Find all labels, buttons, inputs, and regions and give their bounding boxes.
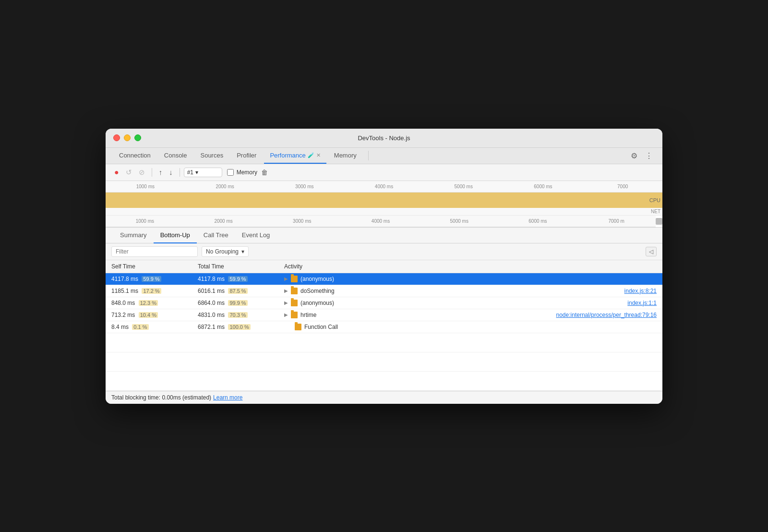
table-row[interactable]: 848.0 ms 12.3 % 6864.0 ms 99.9 % ▶ (anon… xyxy=(106,297,662,309)
grouping-dropdown-icon: ▾ xyxy=(241,248,244,255)
ruler-3000: 3000 ms xyxy=(264,184,344,189)
activity-link[interactable]: index.js:8:21 xyxy=(624,288,657,294)
empty-row xyxy=(106,333,662,352)
nav-profiler[interactable]: Profiler xyxy=(231,148,262,164)
tab-event-log[interactable]: Event Log xyxy=(235,228,277,243)
nav-performance[interactable]: Performance 🧪 ✕ xyxy=(264,148,326,164)
self-time-cell: 1185.1 ms 17.2 % xyxy=(106,285,192,297)
timeline-ruler-top: 1000 ms 2000 ms 3000 ms 4000 ms 5000 ms … xyxy=(106,181,662,193)
total-time-pct: 99.9 % xyxy=(228,300,247,306)
self-time-cell: 713.2 ms 10.4 % xyxy=(106,309,192,321)
sidebar-toggle[interactable]: ◁ xyxy=(646,247,657,256)
more-button[interactable]: ⋮ xyxy=(643,149,655,162)
analysis-tabs: Summary Bottom-Up Call Tree Event Log xyxy=(106,228,662,243)
total-time-value: 6016.1 ms xyxy=(198,288,225,294)
table-row[interactable]: 4117.8 ms 59.9 % 4117.8 ms 59.9 % ▶ (ano… xyxy=(106,273,662,285)
timeline-scrollbar[interactable] xyxy=(656,218,662,225)
self-time-value: 8.4 ms xyxy=(111,324,129,330)
expand-icon[interactable]: ▶ xyxy=(284,276,288,281)
total-time-value: 4831.0 ms xyxy=(198,312,225,318)
activity-name: doSomething xyxy=(300,288,335,294)
expand-icon[interactable]: ▶ xyxy=(284,312,288,317)
self-time-cell: 8.4 ms 0.1 % xyxy=(106,321,192,333)
total-time-pct: 87.5 % xyxy=(228,288,247,294)
grouping-select[interactable]: No Grouping ▾ xyxy=(202,246,249,257)
toolbar-sep-1 xyxy=(152,168,152,177)
status-bar: Total blocking time: 0.00ms (estimated) … xyxy=(106,391,662,404)
profile-selector[interactable]: #1 ▾ xyxy=(184,168,222,177)
data-table-container: Self Time Total Time Activity 4117.8 ms … xyxy=(106,260,662,391)
record-button[interactable]: ● xyxy=(111,166,122,179)
ruler2-5000: 5000 ms xyxy=(420,218,499,224)
ruler2-6000: 6000 ms xyxy=(499,218,577,224)
delete-button[interactable]: 🗑 xyxy=(261,169,268,176)
memory-checkbox[interactable] xyxy=(227,169,234,176)
total-time-pct: 59.9 % xyxy=(228,276,247,282)
net-label: NET xyxy=(651,209,660,214)
activity-link[interactable]: node:internal/process/per_thread:79:16 xyxy=(556,312,657,318)
ruler2-1000: 1000 ms xyxy=(106,218,184,224)
self-time-cell: 848.0 ms 12.3 % xyxy=(106,297,192,309)
flask-icon: 🧪 xyxy=(308,152,314,158)
self-time-value: 4117.8 ms xyxy=(111,276,138,282)
self-time-value: 1185.1 ms xyxy=(111,288,138,294)
settings-button[interactable]: ⚙ xyxy=(629,149,639,162)
cpu-bar: CPU xyxy=(106,193,662,208)
nav-console[interactable]: Console xyxy=(158,148,193,164)
total-time-value: 6872.1 ms xyxy=(198,324,225,330)
expand-icon[interactable]: ▶ xyxy=(284,288,288,293)
tab-bottom-up[interactable]: Bottom-Up xyxy=(154,228,197,243)
empty-row xyxy=(106,371,662,390)
minimize-button[interactable] xyxy=(124,134,131,141)
total-time-cell: 6864.0 ms 99.9 % xyxy=(192,297,278,309)
download-button[interactable]: ↓ xyxy=(166,166,176,178)
bottom-ruler-row: 1000 ms 2000 ms 3000 ms 4000 ms 5000 ms … xyxy=(106,216,662,227)
memory-label: Memory xyxy=(237,169,257,176)
table-row[interactable]: 8.4 ms 0.1 % 6872.1 ms 100.0 % Function … xyxy=(106,321,662,333)
upload-button[interactable]: ↑ xyxy=(156,166,166,178)
ruler-5000: 5000 ms xyxy=(424,184,504,189)
activity-link[interactable]: index.js:1:1 xyxy=(627,300,657,306)
close-button[interactable] xyxy=(113,134,120,141)
ruler2-7000: 7000 m xyxy=(577,218,656,224)
self-time-value: 713.2 ms xyxy=(111,312,135,318)
folder-icon xyxy=(295,324,301,330)
folder-icon xyxy=(291,312,298,318)
window-title: DevTools - Node.js xyxy=(358,134,410,142)
self-time-pct: 59.9 % xyxy=(142,276,161,282)
nav-connection[interactable]: Connection xyxy=(113,148,156,164)
grouping-label: No Grouping xyxy=(206,248,239,255)
table-row[interactable]: 1185.1 ms 17.2 % 6016.1 ms 87.5 % ▶ doSo… xyxy=(106,285,662,297)
total-time-pct: 100.0 % xyxy=(228,324,250,330)
reload-button[interactable]: ↺ xyxy=(123,166,135,179)
close-tab-icon[interactable]: ✕ xyxy=(316,152,321,158)
nav-sources[interactable]: Sources xyxy=(194,148,229,164)
self-time-pct: 12.3 % xyxy=(139,300,158,306)
toolbar: ● ↺ ⊘ ↑ ↓ #1 ▾ Memory 🗑 xyxy=(106,164,662,181)
activity-cell: ▶ (anonymous) index.js:1:1 xyxy=(278,297,662,309)
timeline-area: 1000 ms 2000 ms 3000 ms 4000 ms 5000 ms … xyxy=(106,181,662,228)
activity-name: hrtime xyxy=(300,312,316,318)
table-header-row: Self Time Total Time Activity xyxy=(106,260,662,273)
self-time-pct: 0.1 % xyxy=(132,324,148,330)
empty-row xyxy=(106,352,662,371)
nav-memory[interactable]: Memory xyxy=(328,148,362,164)
stop-button[interactable]: ⊘ xyxy=(136,166,148,179)
title-bar: DevTools - Node.js xyxy=(106,129,662,148)
timeline-ruler-bottom: 1000 ms 2000 ms 3000 ms 4000 ms 5000 ms … xyxy=(106,216,656,227)
expand-icon[interactable]: ▶ xyxy=(284,300,288,305)
table-row[interactable]: 713.2 ms 10.4 % 4831.0 ms 70.3 % ▶ hrtim… xyxy=(106,309,662,321)
folder-icon xyxy=(291,300,298,306)
activity-name: (anonymous) xyxy=(300,276,334,282)
activity-cell: ▶ hrtime node:internal/process/per_threa… xyxy=(278,309,662,321)
toolbar-sep-2 xyxy=(180,168,180,177)
self-time-pct: 17.2 % xyxy=(142,288,161,294)
filter-input[interactable] xyxy=(111,246,198,257)
ruler-1000: 1000 ms xyxy=(106,184,185,189)
learn-more-link[interactable]: Learn more xyxy=(213,394,242,401)
folder-icon xyxy=(291,288,298,294)
tab-call-tree[interactable]: Call Tree xyxy=(197,228,235,243)
maximize-button[interactable] xyxy=(134,134,141,141)
activity-name: (anonymous) xyxy=(300,300,334,306)
tab-summary[interactable]: Summary xyxy=(113,228,154,243)
